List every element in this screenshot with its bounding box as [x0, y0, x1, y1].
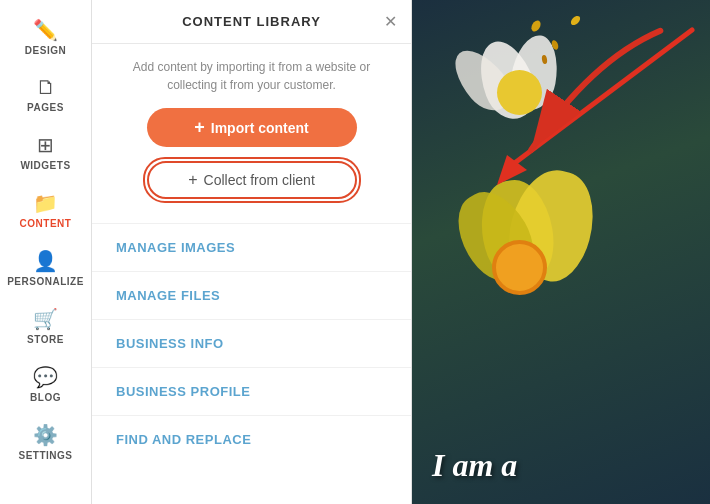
collect-button-label: Collect from client: [204, 172, 315, 188]
panel-header: CONTENT LIBRARY ✕: [92, 0, 411, 44]
panel-title: CONTENT LIBRARY: [182, 14, 321, 29]
panel-description: Add content by importing it from a websi…: [92, 44, 411, 104]
panel-actions: + Import content + Collect from client: [92, 104, 411, 215]
menu-item-business-info[interactable]: BUSINESS INFO: [92, 319, 411, 367]
import-content-button[interactable]: + Import content: [147, 108, 357, 147]
sidebar-item-personalize[interactable]: 👤 PERSONALIZE: [0, 239, 91, 297]
sidebar-item-widgets[interactable]: ⊞ WIDGETS: [0, 123, 91, 181]
sidebar-item-label: CONTENT: [20, 218, 72, 229]
menu-item-manage-images[interactable]: MANAGE IMAGES: [92, 223, 411, 271]
plus-icon: +: [194, 117, 205, 138]
sidebar-item-label: SETTINGS: [18, 450, 72, 461]
widgets-icon: ⊞: [37, 133, 54, 157]
settings-icon: ⚙️: [33, 423, 58, 447]
collect-button-highlight: + Collect from client: [143, 157, 361, 203]
content-library-panel: CONTENT LIBRARY ✕ Add content by importi…: [92, 0, 412, 504]
sidebar-item-label: WIDGETS: [20, 160, 70, 171]
sidebar-item-settings[interactable]: ⚙️ SETTINGS: [0, 413, 91, 471]
close-button[interactable]: ✕: [384, 14, 397, 30]
pages-icon: 🗋: [36, 76, 56, 99]
blog-icon: 💬: [33, 365, 58, 389]
sidebar-item-pages[interactable]: 🗋 PAGES: [0, 66, 91, 123]
sidebar-item-content[interactable]: 📁 CONTENT: [0, 181, 91, 239]
menu-item-business-profile[interactable]: BUSINESS PROFILE: [92, 367, 411, 415]
sidebar-item-store[interactable]: 🛒 STORE: [0, 297, 91, 355]
menu-item-manage-files[interactable]: MANAGE FILES: [92, 271, 411, 319]
sidebar-item-label: PERSONALIZE: [7, 276, 84, 287]
plus-icon: +: [188, 171, 197, 189]
sidebar-item-label: BLOG: [30, 392, 61, 403]
sidebar-item-label: PAGES: [27, 102, 64, 113]
sidebar-item-blog[interactable]: 💬 BLOG: [0, 355, 91, 413]
content-icon: 📁: [33, 191, 58, 215]
sidebar-item-label: DESIGN: [25, 45, 66, 56]
text-overlay: I am a: [432, 447, 517, 484]
sidebar: ✏️ DESIGN 🗋 PAGES ⊞ WIDGETS 📁 CONTENT 👤 …: [0, 0, 92, 504]
flower-background: I am a: [412, 0, 710, 504]
main-content: I am a: [412, 0, 710, 504]
store-icon: 🛒: [33, 307, 58, 331]
collect-from-client-button[interactable]: + Collect from client: [147, 161, 357, 199]
menu-item-find-replace[interactable]: FIND AND REPLACE: [92, 415, 411, 463]
import-button-label: Import content: [211, 120, 309, 136]
personalize-icon: 👤: [33, 249, 58, 273]
design-icon: ✏️: [33, 18, 58, 42]
panel-menu: MANAGE IMAGES MANAGE FILES BUSINESS INFO…: [92, 223, 411, 463]
sidebar-item-design[interactable]: ✏️ DESIGN: [0, 8, 91, 66]
sidebar-item-label: STORE: [27, 334, 64, 345]
